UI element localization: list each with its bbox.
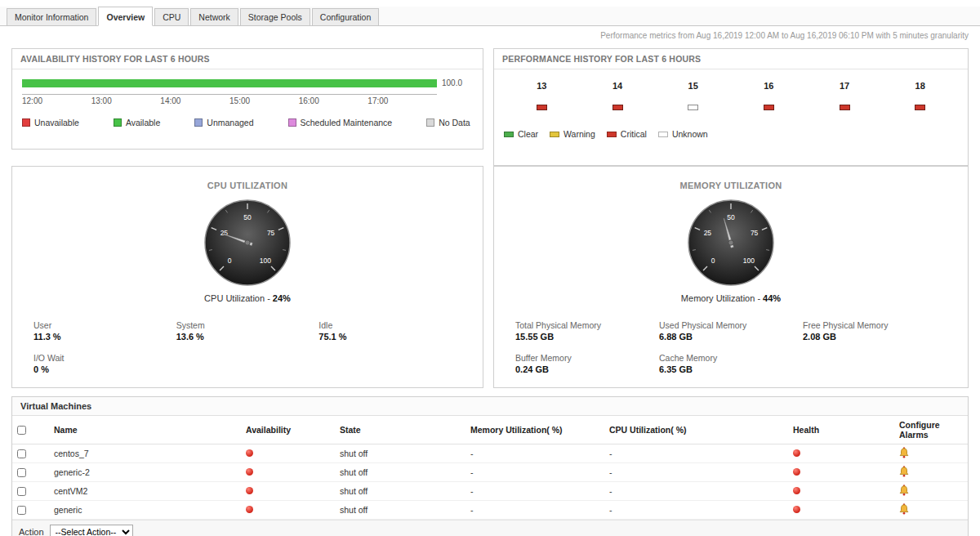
svg-text:50: 50	[727, 213, 735, 221]
stat-label: Total Physical Memory	[515, 320, 659, 330]
status-square-critical[interactable]	[840, 105, 850, 110]
vm-table-head-row: NameAvailabilityStateMemory Utilization(…	[12, 416, 968, 444]
vm-memory-utilization: -	[466, 444, 604, 463]
svg-text:50: 50	[243, 213, 252, 221]
stat-cell: Free Physical Memory2.08 GB	[803, 320, 947, 342]
vm-table: NameAvailabilityStateMemory Utilization(…	[12, 416, 968, 520]
select-all-cell	[12, 416, 49, 444]
performance-title: PERFORMANCE HISTORY FOR LAST 6 HOURS	[494, 49, 968, 69]
availability-status-dot	[246, 487, 253, 494]
x-tick: 17:00	[368, 96, 437, 105]
legend-swatch	[22, 118, 30, 127]
row-checkbox[interactable]	[17, 487, 26, 496]
stat-label: I/O Wait	[33, 353, 176, 363]
action-label: Action	[19, 527, 44, 536]
status-square-unknown[interactable]	[688, 105, 698, 110]
legend-label: Unavailable	[34, 118, 79, 127]
availability-panel: AVAILABILITY HISTORY FOR LAST 6 HOURS 10…	[11, 48, 483, 150]
performance-hour-column: 18	[882, 81, 958, 110]
availability-x-axis: 12:0013:0014:0015:0016:0017:00	[22, 96, 437, 105]
cpu-panel-title: CPU UTILIZATION	[12, 181, 483, 190]
configure-alarms-icon[interactable]	[899, 447, 909, 458]
row-checkbox-cell	[12, 444, 49, 463]
stat-value: 75.1 %	[318, 332, 461, 342]
stat-cell: User11.3 %	[33, 320, 176, 342]
memory-stats: Total Physical Memory15.55 GBUsed Physic…	[515, 320, 947, 374]
x-tick: 12:00	[22, 96, 91, 105]
vm-name[interactable]: centos_7	[49, 444, 241, 463]
status-square-critical[interactable]	[612, 105, 623, 110]
row-checkbox-cell	[12, 482, 49, 501]
action-select[interactable]: --Select Action--	[50, 525, 133, 536]
column-header: Availability	[241, 416, 335, 444]
legend-item: Unavailable	[22, 118, 79, 127]
tab-configuration[interactable]: Configuration	[312, 8, 379, 26]
memory-panel: MEMORY UTILIZATION 0255075100 Memory Uti…	[493, 166, 969, 388]
tab-bar: Monitor InformationOverviewCPUNetworkSto…	[0, 7, 980, 26]
top-row: AVAILABILITY HISTORY FOR LAST 6 HOURS 10…	[11, 48, 969, 166]
legend-swatch	[504, 132, 514, 137]
stat-label: Buffer Memory	[515, 353, 659, 363]
svg-text:25: 25	[220, 229, 229, 237]
vm-name[interactable]: centVM2	[49, 482, 241, 501]
legend-item: Available	[114, 118, 160, 127]
availability-legend: UnavailableAvailableUnmanagedScheduled M…	[22, 118, 473, 127]
configure-alarms-icon[interactable]	[899, 485, 909, 496]
tab-storage-pools[interactable]: Storage Pools	[240, 8, 310, 26]
tab-overview[interactable]: Overview	[98, 7, 153, 26]
stat-label: Used Physical Memory	[659, 320, 803, 330]
status-square-critical[interactable]	[764, 105, 774, 110]
legend-swatch	[288, 118, 296, 127]
column-header: Name	[49, 416, 241, 444]
vm-memory-utilization: -	[466, 482, 604, 501]
vm-state: shut off	[335, 463, 466, 482]
legend-swatch	[114, 118, 122, 127]
x-tick: 13:00	[91, 96, 161, 105]
vm-name[interactable]: generic	[49, 501, 241, 520]
stat-cell: Idle75.1 %	[318, 320, 461, 342]
svg-text:0: 0	[711, 257, 715, 265]
vm-memory-utilization: -	[466, 463, 604, 482]
hour-label: 17	[807, 81, 883, 91]
tab-network[interactable]: Network	[190, 8, 238, 26]
vm-table-body: centos_7shut off-- generic-2shut off-- c…	[12, 444, 968, 520]
cpu-panel: CPU UTILIZATION 0255075100 CPU Utilizati…	[11, 166, 483, 388]
status-square-critical[interactable]	[915, 105, 925, 110]
tab-cpu[interactable]: CPU	[154, 8, 189, 26]
row-checkbox[interactable]	[17, 468, 26, 477]
availability-cell	[241, 444, 335, 463]
stat-value: 0.24 GB	[515, 364, 659, 374]
tab-monitor-information[interactable]: Monitor Information	[7, 8, 96, 26]
legend-item: No Data	[426, 118, 470, 127]
legend-item: Unmanaged	[194, 118, 253, 127]
legend-item: Unknown	[658, 129, 708, 139]
configure-alarms-icon[interactable]	[899, 466, 909, 477]
vm-memory-utilization: -	[466, 501, 604, 520]
vm-name[interactable]: generic-2	[49, 463, 241, 482]
availability-cell	[241, 501, 335, 520]
vm-state: shut off	[335, 501, 466, 520]
stat-value: 11.3 %	[33, 332, 176, 342]
cpu-stats: User11.3 %System13.6 %Idle75.1 %I/O Wait…	[33, 320, 461, 374]
svg-text:75: 75	[751, 229, 759, 237]
legend-item: Clear	[504, 129, 538, 139]
availability-chart: 100.0 12:0013:0014:0015:0016:0017:00 Una…	[12, 69, 483, 132]
stat-label: Free Physical Memory	[803, 320, 947, 330]
stat-cell: Used Physical Memory6.88 GB	[659, 320, 803, 342]
configure-alarms-cell	[894, 444, 968, 463]
row-checkbox[interactable]	[17, 449, 26, 458]
select-all-checkbox[interactable]	[17, 426, 26, 435]
stat-cell: I/O Wait0 %	[33, 353, 176, 374]
table-row: generic-2shut off--	[12, 463, 968, 482]
table-row: genericshut off--	[12, 501, 968, 520]
table-row: centos_7shut off--	[12, 444, 968, 463]
stat-value: 6.88 GB	[659, 332, 803, 342]
row-checkbox[interactable]	[17, 506, 26, 515]
column-header: State	[335, 416, 466, 444]
status-square-critical[interactable]	[537, 105, 547, 110]
performance-hour-column: 15	[655, 81, 731, 110]
stat-value: 6.35 GB	[659, 364, 803, 374]
vm-action-bar: Action --Select Action--	[12, 520, 968, 536]
vm-cpu-utilization: -	[604, 463, 788, 482]
configure-alarms-icon[interactable]	[899, 503, 909, 515]
